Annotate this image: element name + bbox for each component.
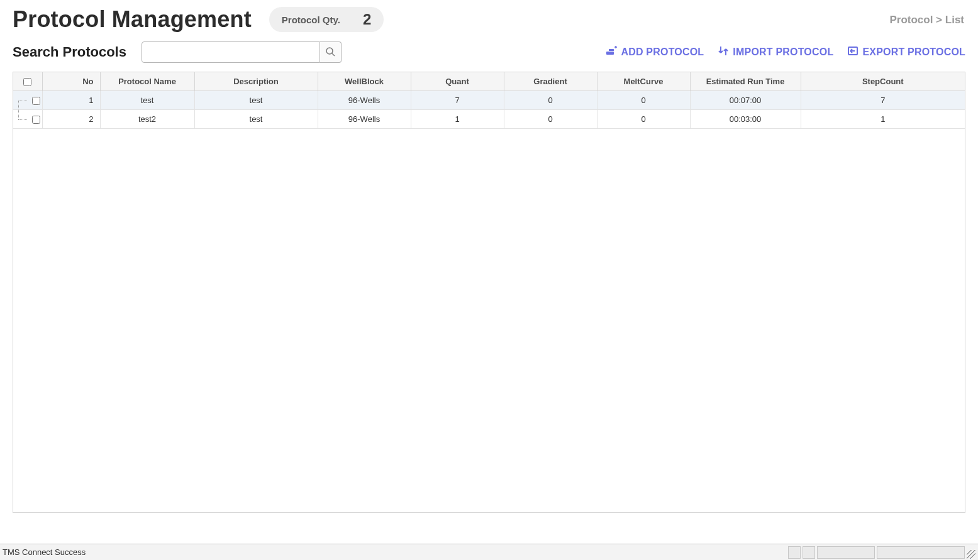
protocol-table: No Protocol Name Description WellBlock Q… bbox=[13, 72, 965, 129]
export-icon bbox=[847, 45, 859, 59]
cell-no: 2 bbox=[42, 110, 100, 129]
cell-runtime: 00:03:00 bbox=[690, 110, 801, 129]
col-header-no[interactable]: No bbox=[42, 72, 100, 91]
cell-description: test bbox=[194, 110, 318, 129]
header-checkbox-cell bbox=[13, 72, 42, 91]
statusbar-pane-2 bbox=[803, 546, 815, 559]
cell-name: test2 bbox=[100, 110, 194, 129]
cell-stepcount: 7 bbox=[801, 91, 965, 110]
status-message: TMS Connect Success bbox=[3, 547, 786, 557]
cell-no: 1 bbox=[42, 91, 100, 110]
import-icon bbox=[718, 45, 729, 59]
action-buttons: ADD PROTOCOL IMPORT PROTOCOL EXPORT PROT… bbox=[606, 45, 965, 59]
search-button[interactable] bbox=[320, 41, 342, 63]
header: Protocol Management Protocol Qty. 2 bbox=[13, 6, 965, 33]
add-icon bbox=[606, 45, 617, 59]
col-header-wellblock[interactable]: WellBlock bbox=[318, 72, 411, 91]
export-protocol-button[interactable]: EXPORT PROTOCOL bbox=[847, 45, 965, 59]
cell-description: test bbox=[194, 91, 318, 110]
row-checkbox[interactable] bbox=[32, 116, 40, 124]
import-protocol-button[interactable]: IMPORT PROTOCOL bbox=[718, 45, 833, 59]
add-protocol-button[interactable]: ADD PROTOCOL bbox=[606, 45, 704, 59]
page-title: Protocol Management bbox=[13, 6, 252, 33]
cell-quant: 7 bbox=[411, 91, 504, 110]
protocol-qty-pill: Protocol Qty. 2 bbox=[269, 7, 384, 32]
statusbar-pane-1 bbox=[788, 546, 801, 559]
resize-grip-icon[interactable] bbox=[967, 550, 975, 559]
cell-meltcurve: 0 bbox=[597, 110, 690, 129]
status-bar: TMS Connect Success bbox=[0, 544, 978, 560]
cell-runtime: 00:07:00 bbox=[690, 91, 801, 110]
cell-quant: 1 bbox=[411, 110, 504, 129]
cell-wellblock: 96-Wells bbox=[318, 110, 411, 129]
statusbar-pane-3 bbox=[817, 546, 875, 559]
col-header-quant[interactable]: Quant bbox=[411, 72, 504, 91]
col-header-runtime[interactable]: Estimated Run Time bbox=[690, 72, 801, 91]
table-row[interactable]: 2test2test96-Wells10000:03:001 bbox=[13, 110, 965, 129]
search-label: Search Protocols bbox=[13, 44, 126, 60]
breadcrumb: Protocol > List bbox=[889, 14, 964, 26]
col-header-description[interactable]: Description bbox=[194, 72, 318, 91]
search-input[interactable] bbox=[142, 41, 320, 63]
svg-rect-3 bbox=[609, 49, 614, 51]
import-protocol-label: IMPORT PROTOCOL bbox=[733, 47, 833, 58]
toolbar: Search Protocols ADD PROTOCOL IMPORT PR bbox=[13, 41, 965, 63]
table-row[interactable]: 1testtest96-Wells70000:07:007 bbox=[13, 91, 965, 110]
statusbar-pane-4 bbox=[877, 546, 965, 559]
protocol-qty-label: Protocol Qty. bbox=[282, 14, 340, 25]
svg-point-0 bbox=[326, 48, 333, 54]
table-header: No Protocol Name Description WellBlock Q… bbox=[13, 72, 965, 91]
search-icon bbox=[325, 47, 335, 58]
page-container: Protocol Management Protocol Qty. 2 Prot… bbox=[0, 0, 978, 544]
cell-gradient: 0 bbox=[504, 110, 597, 129]
protocol-table-container: No Protocol Name Description WellBlock Q… bbox=[13, 72, 965, 513]
cell-gradient: 0 bbox=[504, 91, 597, 110]
cell-name: test bbox=[100, 91, 194, 110]
col-header-meltcurve[interactable]: MeltCurve bbox=[597, 72, 690, 91]
row-checkbox[interactable] bbox=[32, 97, 40, 105]
svg-line-1 bbox=[332, 53, 335, 56]
tree-cell bbox=[13, 91, 42, 110]
cell-meltcurve: 0 bbox=[597, 91, 690, 110]
col-header-name[interactable]: Protocol Name bbox=[100, 72, 194, 91]
cell-wellblock: 96-Wells bbox=[318, 91, 411, 110]
select-all-checkbox[interactable] bbox=[23, 78, 31, 86]
add-protocol-label: ADD PROTOCOL bbox=[621, 47, 704, 58]
col-header-gradient[interactable]: Gradient bbox=[504, 72, 597, 91]
svg-rect-2 bbox=[606, 52, 614, 55]
search-group bbox=[142, 41, 342, 63]
export-protocol-label: EXPORT PROTOCOL bbox=[862, 47, 965, 58]
protocol-qty-value: 2 bbox=[363, 11, 371, 28]
cell-stepcount: 1 bbox=[801, 110, 965, 129]
table-body: 1testtest96-Wells70000:07:0072test2test9… bbox=[13, 91, 965, 129]
tree-cell bbox=[13, 110, 42, 129]
col-header-stepcount[interactable]: StepCount bbox=[801, 72, 965, 91]
